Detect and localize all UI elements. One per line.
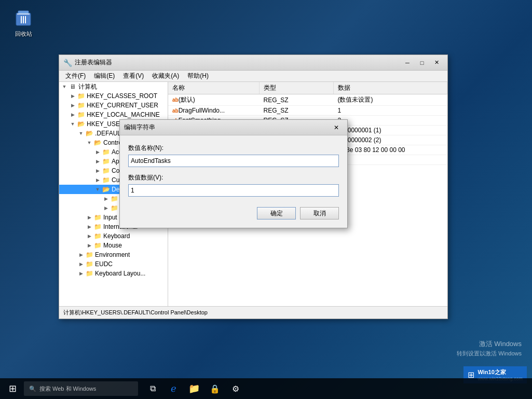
ok-button[interactable]: 确定 — [257, 207, 296, 219]
dialog-body: 数值名称(N): 数值数据(V): 确定 取消 — [120, 135, 347, 228]
dialog-titlebar[interactable]: 编辑字符串 ✕ — [120, 120, 347, 135]
dialog-buttons: 确定 取消 — [128, 207, 339, 219]
data-label: 数值数据(V): — [128, 173, 339, 182]
name-input[interactable] — [128, 155, 339, 167]
cancel-button[interactable]: 取消 — [300, 207, 339, 219]
dialog-overlay: 编辑字符串 ✕ 数值名称(N): 数值数据(V): 确定 取消 — [0, 0, 532, 399]
edit-string-dialog: 编辑字符串 ✕ 数值名称(N): 数值数据(V): 确定 取消 — [119, 119, 348, 228]
dialog-close-button[interactable]: ✕ — [330, 122, 343, 133]
dialog-title-text: 编辑字符串 — [124, 123, 330, 132]
data-input[interactable] — [128, 184, 339, 197]
desktop: 回收站 激活 Windows 转到设置以激活 Windows ⊞ Win10之家… — [0, 0, 532, 399]
name-label: 数值名称(N): — [128, 144, 339, 153]
